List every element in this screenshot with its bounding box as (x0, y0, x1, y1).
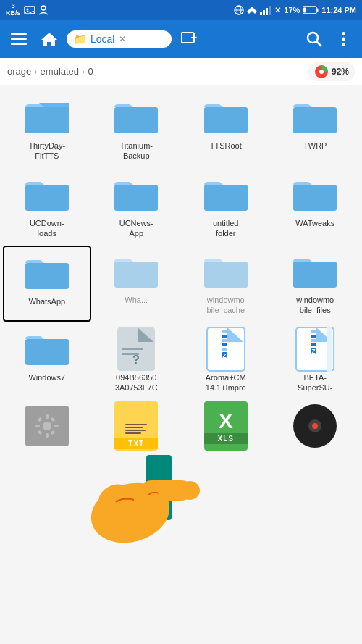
zip-file-icon-2: Z (290, 329, 340, 369)
svg-rect-50 (222, 343, 227, 346)
file-xls[interactable]: X XLS (182, 400, 270, 452)
status-right: ✕ 17% 11:24 PM (234, 5, 356, 15)
svg-rect-55 (327, 327, 332, 372)
file-094b[interactable]: ? 094B56350 3A0753F7C (93, 323, 181, 399)
battery-percent: 17% (284, 6, 300, 14)
zip-file-icon: Z (201, 329, 251, 369)
home-button[interactable] (36, 26, 62, 52)
svg-rect-70 (37, 430, 42, 435)
file-gear[interactable] (3, 400, 91, 452)
vpn-icon (234, 5, 244, 15)
svg-rect-29 (25, 107, 69, 133)
file-label: BETA- SuperSU- (298, 372, 332, 393)
txt-icon: TXT (114, 401, 158, 451)
breadcrumb-storage[interactable]: orage (7, 66, 31, 77)
svg-rect-68 (50, 430, 55, 435)
svg-rect-13 (303, 8, 306, 13)
svg-line-22 (316, 41, 321, 46)
svg-rect-30 (114, 107, 158, 133)
zip-icon-2: Z (295, 326, 335, 372)
local-tab[interactable]: 📁 Local ✕ (67, 30, 172, 48)
breadcrumb-sep-1: › (34, 66, 37, 77)
folder-wha[interactable]: Wha... (93, 246, 181, 322)
breadcrumb-bar: orage › emulated › 0 92% (0, 58, 362, 85)
svg-rect-35 (204, 185, 248, 211)
kb-label: 3 KB/s (6, 3, 21, 17)
folder-label: Windows7 (28, 372, 65, 382)
gear-svg (34, 413, 60, 439)
svg-text:Z: Z (312, 348, 316, 355)
folder-watweaks[interactable]: WATweaks (272, 169, 360, 245)
svg-rect-67 (37, 417, 42, 422)
audio-icon (293, 404, 337, 448)
menu-button[interactable] (6, 26, 32, 52)
breadcrumb-emulated[interactable]: emulated (41, 66, 79, 77)
svg-rect-15 (11, 38, 27, 40)
breadcrumb-zero[interactable]: 0 (88, 66, 93, 77)
file-doc-icon: ? (116, 326, 156, 372)
folder-label: windowmo bile_files (296, 295, 334, 316)
folder-icon (111, 175, 161, 215)
search-button[interactable] (301, 26, 327, 52)
svg-rect-74 (141, 480, 192, 501)
tab-close-button[interactable]: ✕ (119, 34, 126, 44)
folder-icon (22, 175, 72, 215)
svg-rect-8 (263, 10, 265, 15)
svg-rect-34 (114, 185, 158, 211)
svg-rect-33 (25, 185, 69, 211)
breadcrumb-sep-2: › (82, 66, 85, 77)
svg-rect-66 (54, 425, 59, 427)
file-beta[interactable]: Z BETA- SuperSU- (272, 323, 360, 399)
person-icon (38, 5, 49, 15)
time-display: 11:24 PM (321, 6, 356, 14)
svg-rect-49 (222, 339, 227, 342)
folder-label: WATweaks (295, 218, 334, 228)
svg-rect-40 (293, 262, 337, 288)
folder-windows7[interactable]: Windows7 (3, 323, 91, 399)
folder-label: windowmo bile_cache (206, 295, 245, 316)
folder-label: Titanium- Backup (120, 141, 153, 162)
wifi-icon (247, 5, 257, 15)
image-icon (24, 5, 35, 15)
home-icon (41, 31, 57, 47)
folder-ucdownloads[interactable]: UCDown- loads (3, 169, 91, 245)
folder-twrp[interactable]: TWRP (272, 91, 360, 167)
svg-point-24 (342, 38, 345, 41)
folder-ucnews[interactable]: UCNews- App (93, 169, 181, 245)
folder-icon (111, 97, 161, 138)
settings-file-icon (22, 406, 72, 446)
storage-pie-icon (314, 64, 329, 79)
folder-label: Wha... (125, 295, 148, 305)
svg-rect-31 (204, 107, 248, 133)
more-options-button[interactable] (330, 26, 356, 52)
audio-file-icon (290, 406, 340, 446)
svg-rect-14 (11, 33, 27, 35)
file-audio[interactable] (272, 400, 360, 452)
file-txt[interactable]: TXT (93, 400, 181, 452)
folder-icon (22, 253, 72, 293)
tab-label: Local (90, 33, 114, 45)
svg-point-72 (151, 493, 163, 504)
folder-ttsroot[interactable]: TTSRoot (182, 91, 270, 167)
svg-point-2 (41, 6, 46, 10)
svg-rect-64 (46, 433, 49, 438)
search-icon (306, 31, 322, 47)
svg-text:?: ? (132, 354, 140, 366)
file-aroma[interactable]: Z Aroma+CM 14.1+Impro (182, 323, 270, 399)
folder-label: ThirtyDay- FitTTS (28, 141, 65, 162)
svg-text:Z: Z (222, 352, 227, 359)
folder-label: WhatsApp (28, 296, 65, 306)
gear-icon (25, 406, 69, 446)
folder-untitled[interactable]: untitled folder (182, 169, 270, 245)
svg-rect-37 (25, 263, 69, 289)
storage-percent: 92% (332, 67, 349, 77)
folder-thirtyDay[interactable]: ThirtyDay- FitTTS (3, 91, 91, 167)
svg-rect-48 (222, 335, 227, 338)
folder-titanium[interactable]: Titanium- Backup (93, 91, 181, 167)
folder-whatsapp[interactable]: WhatsApp (3, 246, 91, 322)
folder-icon (201, 175, 251, 215)
add-tab-button[interactable] (176, 26, 202, 52)
folder-windowmobile-cache[interactable]: windowmo bile_cache (182, 246, 270, 322)
signal-bars (260, 5, 272, 15)
folder-windowmobile-files[interactable]: windowmo bile_files (272, 246, 360, 322)
